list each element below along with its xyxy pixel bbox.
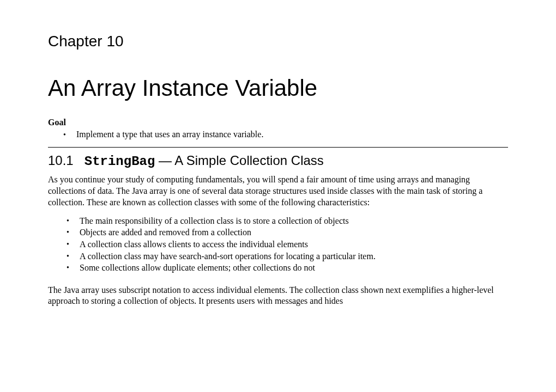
goal-heading: Goal	[48, 118, 508, 127]
goal-item: Implement a type that uses an array inst…	[63, 130, 508, 139]
list-item: Some collections allow duplicate element…	[80, 262, 508, 274]
section-number: 10.1	[48, 153, 74, 168]
list-item: The main responsibility of a collection …	[80, 215, 508, 227]
section-heading: 10.1 StringBag — A Simple Collection Cla…	[48, 153, 508, 169]
list-item: A collection class allows clients to acc…	[80, 238, 508, 250]
intro-paragraph: As you continue your study of computing …	[48, 174, 508, 208]
list-item: A collection class may have search-and-s…	[80, 250, 508, 262]
list-item: Objects are added and removed from a col…	[80, 226, 508, 238]
chapter-label: Chapter 10	[48, 33, 508, 50]
closing-paragraph: The Java array uses subscript notation t…	[48, 285, 508, 308]
goal-list: Implement a type that uses an array inst…	[48, 130, 508, 139]
section-rest: — A Simple Collection Class	[155, 153, 323, 168]
chapter-title: An Array Instance Variable	[48, 75, 508, 101]
section-divider	[48, 147, 508, 148]
characteristics-list: The main responsibility of a collection …	[48, 215, 508, 274]
section-code: StringBag	[84, 154, 155, 169]
